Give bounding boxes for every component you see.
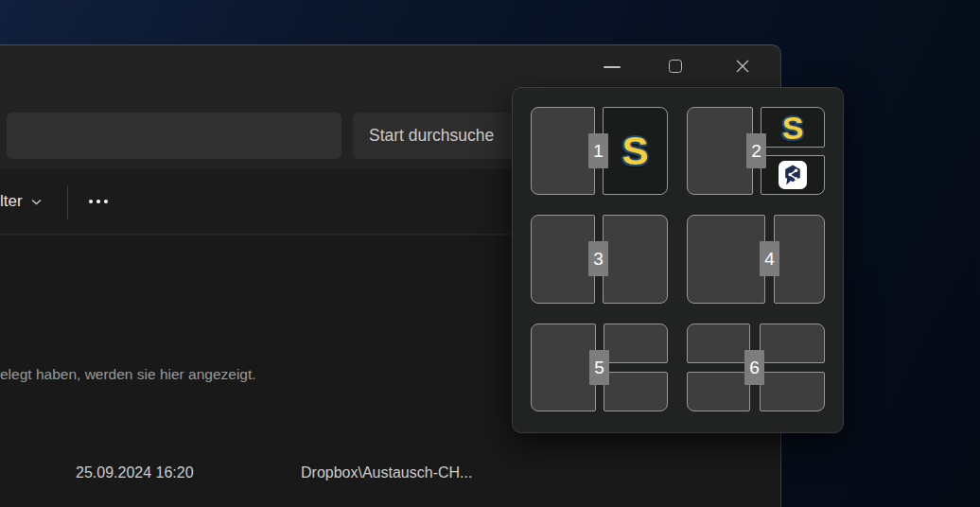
snap-layout-3: 3 bbox=[531, 215, 668, 304]
snap-zone-bottom-right[interactable] bbox=[604, 372, 668, 411]
minimize-button[interactable] bbox=[595, 57, 629, 78]
maximize-icon bbox=[669, 60, 682, 73]
snap-layout-badge: 4 bbox=[760, 241, 779, 276]
snap-layout-badge: 5 bbox=[589, 350, 609, 385]
close-button[interactable] bbox=[729, 53, 756, 79]
chevron-down-icon bbox=[31, 199, 42, 205]
file-row[interactable]: 25.09.2024 16:20 Dropbox\Austausch-CH... bbox=[0, 464, 780, 491]
filter-button[interactable]: lter bbox=[0, 169, 42, 234]
snap-zone-left[interactable] bbox=[531, 323, 596, 411]
smath-studio-icon: S bbox=[621, 131, 648, 171]
ellipsis-icon bbox=[89, 200, 93, 203]
snap-zone-top-right[interactable] bbox=[604, 323, 668, 363]
close-icon bbox=[735, 59, 750, 74]
search-input-text: Start durchsuche bbox=[369, 126, 494, 146]
snap-zone-top-right[interactable] bbox=[760, 323, 825, 363]
file-location: Dropbox\Austausch-CH... bbox=[301, 464, 472, 481]
snap-zone-left[interactable] bbox=[531, 215, 595, 304]
file-date-modified: 25.09.2024 16:20 bbox=[76, 464, 194, 481]
minimize-icon bbox=[604, 66, 621, 68]
desktop: { "window": { "search_box": { "text": "S… bbox=[0, 0, 980, 507]
hexagon-share-app-icon bbox=[779, 161, 807, 189]
snap-layout-badge: 3 bbox=[588, 241, 608, 276]
snap-zone-left[interactable] bbox=[531, 107, 595, 195]
filter-button-label: lter bbox=[0, 192, 23, 211]
snap-layout-4: 4 bbox=[687, 215, 825, 304]
snap-zone-bottom-left[interactable] bbox=[687, 372, 750, 411]
snap-zone-right-narrow[interactable] bbox=[774, 215, 825, 304]
snap-layout-badge: 1 bbox=[588, 133, 608, 168]
snap-zone-right[interactable] bbox=[603, 215, 668, 304]
snap-zone-left[interactable] bbox=[687, 107, 753, 195]
snap-layout-badge: 2 bbox=[746, 133, 766, 168]
address-bar[interactable] bbox=[7, 113, 341, 159]
snap-zone-top-right[interactable]: S bbox=[761, 107, 825, 148]
smath-studio-icon: S bbox=[782, 112, 804, 144]
more-options-button[interactable] bbox=[83, 169, 114, 234]
snap-layouts-flyout: S 1 S 2 3 4 bbox=[512, 87, 844, 433]
toolbar-divider bbox=[67, 185, 68, 219]
snap-layout-badge: 6 bbox=[744, 350, 764, 385]
snap-zone-bottom-right[interactable] bbox=[760, 372, 825, 411]
snap-zone-right[interactable]: S bbox=[603, 107, 668, 195]
snap-zone-bottom-right[interactable] bbox=[761, 155, 825, 195]
snap-layout-2: S 2 bbox=[687, 107, 825, 195]
snap-layout-5: 5 bbox=[531, 323, 668, 411]
snap-zone-top-left[interactable] bbox=[687, 323, 750, 363]
empty-state-hint: elegt haben, werden sie hier angezeigt. bbox=[0, 366, 256, 383]
snap-layout-6: 6 bbox=[687, 323, 825, 411]
maximize-button[interactable] bbox=[662, 53, 689, 79]
snap-zone-left-wide[interactable] bbox=[687, 215, 765, 304]
snap-layout-1: S 1 bbox=[531, 107, 668, 195]
